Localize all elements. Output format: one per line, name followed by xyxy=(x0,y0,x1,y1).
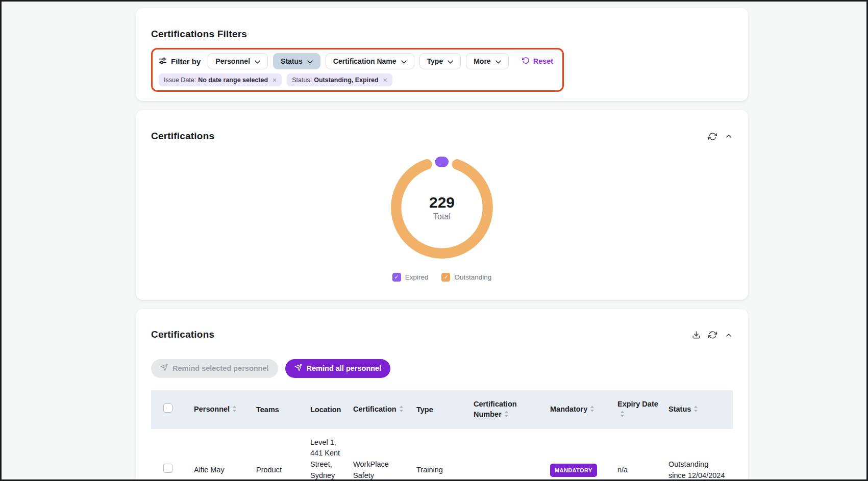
chevron-down-icon xyxy=(401,57,407,65)
select-all-header xyxy=(151,390,189,429)
sort-icon[interactable] xyxy=(232,404,237,415)
table-card-title: Certifications xyxy=(151,329,214,341)
row-checkbox[interactable] xyxy=(163,464,172,473)
chevron-up-icon[interactable] xyxy=(725,331,733,339)
type-filter-dropdown[interactable]: Type xyxy=(419,53,461,69)
certification-name-filter-dropdown[interactable]: Certification Name xyxy=(326,53,414,69)
button-label: Remind selected personnel xyxy=(172,364,269,372)
dropdown-label: Type xyxy=(427,57,443,65)
column-header-mandatory[interactable]: Mandatory xyxy=(545,390,612,429)
cell-teams: Product xyxy=(251,429,305,481)
sort-icon[interactable] xyxy=(399,404,404,415)
chevron-down-icon xyxy=(495,57,501,65)
column-header-location: Location xyxy=(305,390,348,429)
column-label: Personnel xyxy=(194,405,230,413)
checkbox-checked-icon[interactable]: ✓ xyxy=(392,273,401,282)
chart-card-actions xyxy=(708,132,733,141)
download-icon[interactable] xyxy=(692,331,701,339)
chevron-down-icon xyxy=(307,57,313,65)
chip-label: Issue Date: xyxy=(164,77,196,84)
checkbox-checked-icon[interactable]: ✓ xyxy=(441,273,450,282)
app-viewport: Certifications Filters Filter by Personn… xyxy=(0,0,868,481)
remind-actions: Remind selected personnel Remind all per… xyxy=(151,359,733,378)
certifications-donut-chart: 229 Total xyxy=(390,156,494,260)
column-header-status[interactable]: Status xyxy=(663,390,733,429)
sort-icon[interactable] xyxy=(504,410,509,420)
cell-status: Outstanding since 12/04/2024 xyxy=(663,429,733,481)
column-header-teams: Teams xyxy=(251,390,305,429)
legend-item-expired[interactable]: ✓ Expired xyxy=(392,273,429,282)
reset-label: Reset xyxy=(533,57,554,65)
personnel-filter-dropdown[interactable]: Personnel xyxy=(208,53,268,69)
filter-by-label: Filter by xyxy=(171,57,201,66)
column-label: Type xyxy=(416,406,433,414)
filters-card: Certifications Filters Filter by Personn… xyxy=(136,8,748,101)
column-header-certification-number[interactable]: Certification Number xyxy=(468,390,545,429)
refresh-icon[interactable] xyxy=(708,132,717,141)
dropdown-label: Personnel xyxy=(215,57,250,65)
mandatory-badge: MANDATORY xyxy=(550,464,597,477)
chip-value: No date range selected xyxy=(198,77,268,84)
dropdown-label: Status xyxy=(281,57,303,65)
cell-certification: WorkPlace Safety xyxy=(348,429,411,481)
select-all-checkbox[interactable] xyxy=(163,403,172,413)
sort-icon[interactable] xyxy=(620,410,625,420)
cell-mandatory: MANDATORY xyxy=(545,429,612,481)
column-header-certification[interactable]: Certification xyxy=(348,390,411,429)
chart-card-header: Certifications xyxy=(151,122,733,150)
reset-filters-button[interactable]: Reset xyxy=(519,56,557,66)
reset-icon xyxy=(522,57,530,66)
chevron-up-icon[interactable] xyxy=(725,132,733,140)
refresh-icon[interactable] xyxy=(708,331,717,339)
chip-value: Outstanding, Expired xyxy=(314,77,378,84)
chart-legend: ✓ Expired ✓ Outstanding xyxy=(151,273,733,282)
filter-by-group: Filter by xyxy=(159,57,201,66)
dropdown-label: More xyxy=(474,57,490,65)
remind-all-button[interactable]: Remind all personnel xyxy=(285,359,391,378)
status-filter-chip: Status: Outstanding, Expired × xyxy=(287,73,392,86)
column-label: Certification xyxy=(353,405,396,413)
certifications-table: Personnel Teams Location Certification T… xyxy=(151,390,733,481)
sort-icon[interactable] xyxy=(693,404,698,415)
cell-certification-number xyxy=(468,429,545,481)
close-icon[interactable]: × xyxy=(272,77,277,84)
cell-location: Level 1, 441 Kent Street, Sydney NSW 200… xyxy=(305,429,348,481)
column-header-personnel[interactable]: Personnel xyxy=(189,390,251,429)
filters-card-title: Certifications Filters xyxy=(151,29,733,40)
status-filter-dropdown[interactable]: Status xyxy=(273,53,320,69)
filter-bar: Filter by Personnel Status Certification… xyxy=(159,53,556,69)
sort-icon[interactable] xyxy=(590,404,594,415)
column-label: Location xyxy=(310,406,341,414)
main-content: Certifications Filters Filter by Personn… xyxy=(136,8,748,481)
column-label: Teams xyxy=(256,406,279,414)
column-label: Status xyxy=(668,405,691,413)
donut-total-value: 229 xyxy=(429,194,455,211)
close-icon[interactable]: × xyxy=(383,77,387,84)
certifications-chart-card: Certifications 229 Total xyxy=(136,110,748,299)
dropdown-label: Certification Name xyxy=(333,57,396,65)
send-icon xyxy=(294,364,302,373)
button-label: Remind all personnel xyxy=(307,364,382,372)
cell-type: Training xyxy=(411,429,468,481)
sliders-icon xyxy=(159,57,167,66)
cell-expiry-date: n/a xyxy=(612,429,663,481)
cell-personnel: Alfie May xyxy=(189,429,251,481)
table-row: Alfie May Product Level 1, 441 Kent Stre… xyxy=(151,429,733,481)
remind-selected-button[interactable]: Remind selected personnel xyxy=(151,359,278,378)
certifications-table-card: Certifications xyxy=(136,309,748,481)
active-filter-chips: Issue Date: No date range selected × Sta… xyxy=(159,73,556,86)
legend-item-outstanding[interactable]: ✓ Outstanding xyxy=(441,273,491,282)
table-card-actions xyxy=(692,331,733,339)
table-header-row: Personnel Teams Location Certification T… xyxy=(151,390,733,429)
send-icon xyxy=(160,364,168,373)
chevron-down-icon xyxy=(448,57,453,65)
column-header-expiry-date[interactable]: Expiry Date xyxy=(612,390,663,429)
chevron-down-icon xyxy=(255,57,260,65)
more-filters-dropdown[interactable]: More xyxy=(466,53,508,69)
table-card-header: Certifications xyxy=(151,321,733,349)
column-label: Mandatory xyxy=(550,405,587,413)
column-label: Expiry Date xyxy=(617,400,658,408)
column-header-type: Type xyxy=(411,390,468,429)
column-label: Certification Number xyxy=(474,400,517,418)
cell-select xyxy=(151,429,189,481)
